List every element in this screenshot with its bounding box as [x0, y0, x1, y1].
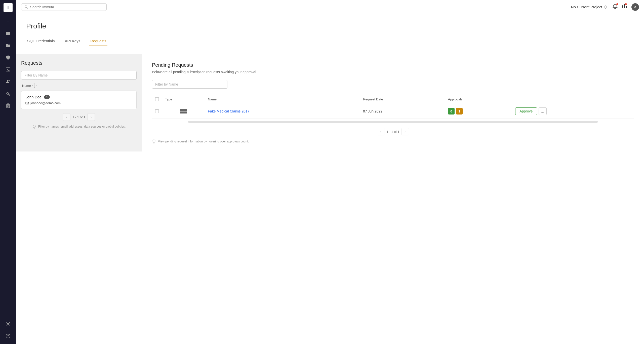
- svg-rect-14: [626, 6, 627, 8]
- page-title: Profile: [26, 22, 634, 30]
- notification-dot: [616, 3, 618, 5]
- row-checkbox-cell: [152, 104, 162, 119]
- page-info: 1 - 1 of 1: [72, 115, 85, 119]
- help-icon[interactable]: [3, 331, 13, 341]
- project-label: No Current Project: [571, 5, 602, 9]
- action-cell: Approve …: [515, 107, 631, 115]
- user-email-text: johndoe@demo.com: [30, 101, 61, 105]
- notification-bell[interactable]: [612, 4, 618, 10]
- row-action-cell: Approve …: [512, 104, 634, 119]
- users-icon[interactable]: [3, 77, 13, 87]
- settings-icon[interactable]: [3, 319, 13, 329]
- approval-badges: 0 1: [448, 108, 509, 114]
- approve-button[interactable]: Approve: [515, 107, 537, 115]
- row-date: 07 Jun 2022: [363, 109, 382, 113]
- lightbulb-icon-right: [152, 139, 156, 143]
- tab-sql-credentials[interactable]: SQL Credentials: [26, 36, 56, 46]
- topbar: No Current Project: [16, 0, 644, 14]
- folder-icon[interactable]: [3, 40, 13, 50]
- user-email: johndoe@demo.com: [25, 101, 132, 105]
- svg-rect-3: [6, 68, 10, 71]
- project-selector[interactable]: No Current Project: [571, 5, 607, 9]
- right-page-info: 1 - 1 of 1: [386, 130, 399, 134]
- tabs: SQL Credentials API Keys Requests: [26, 36, 634, 46]
- left-hint-text: Filter by names, email addresses, data s…: [38, 125, 126, 128]
- layers-icon[interactable]: [3, 28, 13, 38]
- name-column-header: Name ?: [21, 84, 137, 88]
- row-checkbox[interactable]: [155, 109, 159, 113]
- section-title: Pending Requests: [152, 62, 634, 68]
- approval-badge-yellow: 1: [456, 108, 463, 114]
- row-name-cell: Fake Medical Claims 2017: [205, 104, 360, 119]
- svg-rect-16: [180, 109, 187, 111]
- left-panel: Requests Name ? John Doe 1: [16, 54, 142, 151]
- tab-api-keys[interactable]: API Keys: [64, 36, 82, 46]
- th-request-date: Request Date: [360, 95, 445, 104]
- svg-point-5: [9, 80, 10, 81]
- left-pagination: ‹ 1 - 1 of 1 ›: [21, 113, 137, 121]
- svg-rect-2: [6, 34, 10, 35]
- header-row: Type Name Request Date Approvals: [152, 95, 634, 104]
- section-desc: Below are all pending subscription reque…: [152, 70, 634, 74]
- search-box[interactable]: [21, 3, 107, 11]
- tab-requests[interactable]: Requests: [89, 36, 107, 46]
- right-hint: View pending request information by hove…: [152, 139, 634, 143]
- svg-rect-1: [6, 33, 10, 34]
- search-input[interactable]: [30, 5, 103, 9]
- shield-icon[interactable]: [3, 52, 13, 62]
- main-area: No Current Project: [16, 0, 644, 344]
- right-next-page-button[interactable]: ›: [401, 128, 409, 135]
- th-approvals: Approvals: [445, 95, 512, 104]
- key-icon[interactable]: [3, 89, 13, 99]
- terminal-icon[interactable]: [3, 64, 13, 74]
- svg-point-4: [7, 80, 8, 82]
- email-icon: [25, 101, 29, 105]
- table-scroll-container: Type Name Request Date Approvals: [152, 95, 634, 119]
- page-content: Profile SQL Credentials API Keys Request…: [16, 14, 644, 344]
- filter-by-name-input[interactable]: [21, 71, 137, 80]
- right-panel: Pending Requests Below are all pending s…: [142, 54, 644, 151]
- user-card[interactable]: John Doe 1 johndoe@demo.com: [21, 91, 137, 109]
- search-icon: [24, 5, 28, 9]
- help-icon-name[interactable]: ?: [32, 84, 36, 88]
- svg-rect-15: [26, 102, 29, 104]
- svg-point-9: [8, 323, 9, 325]
- th-type: Type: [162, 95, 205, 104]
- header-checkbox[interactable]: [155, 97, 159, 101]
- user-avatar[interactable]: c: [631, 3, 639, 11]
- left-panel-title: Requests: [21, 60, 137, 66]
- th-name: Name: [205, 95, 360, 104]
- row-approvals-cell: 0 1: [445, 104, 512, 119]
- network-notification-dot: [625, 3, 627, 5]
- chevron-updown-icon: [604, 5, 607, 9]
- row-type-cell: [162, 104, 205, 119]
- network-icon-wrap[interactable]: [622, 4, 627, 10]
- sidebar: I +: [0, 0, 16, 344]
- more-options-button[interactable]: …: [539, 107, 547, 115]
- page-inner: Profile SQL Credentials API Keys Request…: [16, 14, 644, 54]
- next-page-button[interactable]: ›: [87, 113, 95, 121]
- approval-badge-green: 0: [448, 108, 455, 114]
- left-hint: Filter by names, email addresses, data s…: [21, 125, 137, 129]
- user-card-top: John Doe 1: [25, 95, 132, 99]
- table-header: Type Name Request Date Approvals: [152, 95, 634, 104]
- prev-page-button[interactable]: ‹: [63, 113, 70, 121]
- th-checkbox: [152, 95, 162, 104]
- topbar-icons: c: [612, 3, 639, 11]
- right-hint-text: View pending request information by hove…: [158, 140, 249, 143]
- filter-name-input[interactable]: [152, 80, 227, 89]
- user-badge-count: 1: [44, 95, 50, 99]
- clipboard-icon[interactable]: [3, 101, 13, 111]
- requests-table: Type Name Request Date Approvals: [152, 95, 634, 119]
- svg-rect-12: [622, 5, 623, 8]
- row-name-link[interactable]: Fake Medical Claims 2017: [208, 109, 249, 113]
- svg-rect-17: [180, 111, 187, 113]
- right-prev-page-button[interactable]: ‹: [377, 128, 384, 135]
- lightbulb-icon: [32, 125, 36, 129]
- right-pagination: ‹ 1 - 1 of 1 ›: [152, 128, 634, 135]
- add-icon[interactable]: +: [3, 16, 13, 26]
- th-actions: [512, 95, 634, 104]
- logo[interactable]: I: [4, 3, 13, 12]
- two-column-layout: Requests Name ? John Doe 1: [16, 54, 644, 151]
- horizontal-scrollbar[interactable]: [188, 121, 598, 123]
